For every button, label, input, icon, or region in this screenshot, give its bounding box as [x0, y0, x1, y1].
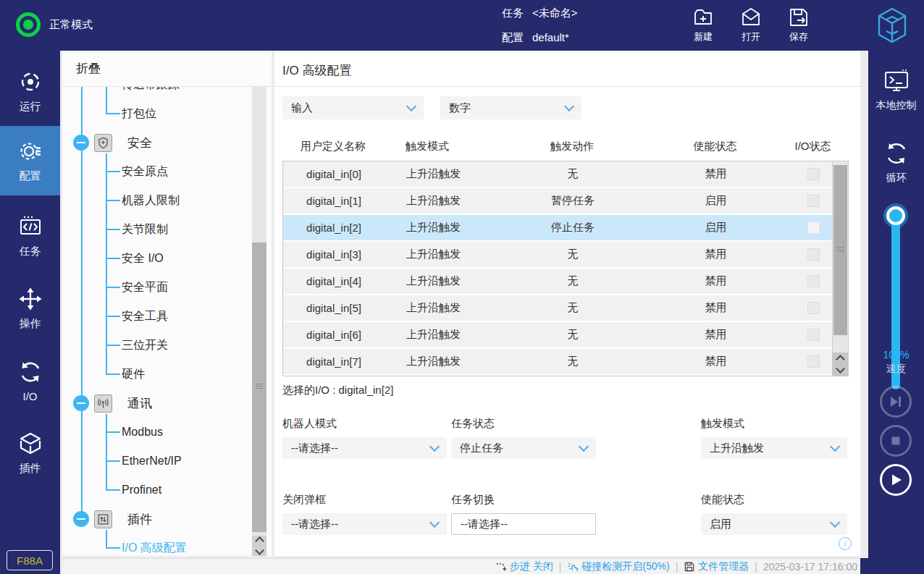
tree-collapse-header[interactable]: 折叠: [62, 51, 272, 87]
enable-state-value: 启用: [710, 518, 731, 531]
tree-item[interactable]: 关节限制: [62, 215, 247, 244]
table-row[interactable]: digital_in[6]上升沿触发无禁用: [283, 322, 833, 349]
cell-enable-state: 禁用: [638, 301, 794, 315]
tree-group-item[interactable]: 插件: [62, 505, 247, 533]
cell-io-name: digital_in[3]: [283, 248, 385, 261]
col-header-io-state: I/O状态: [793, 140, 833, 153]
tree-item[interactable]: 安全工具: [62, 302, 247, 331]
tree-item[interactable]: I/O 高级配置: [62, 533, 247, 556]
trigger-mode-select[interactable]: 上升沿触发: [701, 437, 847, 459]
io-state-checkbox[interactable]: [807, 248, 820, 261]
scroll-up-icon[interactable]: [255, 536, 264, 546]
new-folder-icon: [692, 7, 714, 28]
tree-item[interactable]: 机器人限制: [62, 186, 247, 215]
task-switch-field[interactable]: --请选择--: [451, 513, 596, 535]
loop-button[interactable]: 循环: [868, 140, 924, 185]
nav-operate[interactable]: 操作: [0, 274, 60, 343]
table-row[interactable]: digital_in[7]上升沿触发无禁用: [283, 349, 833, 376]
io-state-checkbox[interactable]: [807, 275, 820, 287]
step-mode-status[interactable]: 步进 关闭: [495, 560, 553, 573]
cell-trigger-mode: 上升沿触发: [385, 355, 508, 368]
tree-scroll-arrows[interactable]: [252, 536, 266, 556]
cell-enable-state: 禁用: [638, 167, 794, 181]
table-scrollbar[interactable]: [832, 161, 848, 376]
robot-mode-label: 机器人模式: [282, 417, 337, 431]
table-row[interactable]: digital_in[5]上升沿触发无禁用: [283, 295, 833, 322]
io-state-checkbox[interactable]: [807, 329, 820, 341]
table-row[interactable]: digital_in[1]上升沿触发暂停任务启用: [283, 188, 833, 215]
tree-item[interactable]: Modbus: [62, 418, 247, 447]
new-button[interactable]: 新建: [692, 7, 714, 43]
plugin-cube-icon: [17, 431, 43, 457]
tree-item[interactable]: EtherNet/IP: [62, 447, 247, 476]
enable-state-label: 使能状态: [701, 493, 744, 507]
collapse-minus-icon[interactable]: [73, 135, 89, 151]
tree-item[interactable]: 安全 I/O: [62, 244, 247, 273]
table-row[interactable]: digital_in[2]上升沿触发停止任务启用: [283, 215, 833, 242]
close-popup-label: 关闭弹框: [282, 493, 326, 507]
file-manager-link[interactable]: 文件管理器: [684, 560, 749, 573]
nav-config[interactable]: 配置: [0, 126, 60, 195]
table-scroll-arrows[interactable]: [833, 353, 848, 376]
step-forward-button[interactable]: [880, 386, 912, 418]
robot-teach-pendant-app: 正常模式 任务 <未命名> 配置 default* 新建: [0, 0, 924, 574]
nav-task[interactable]: 任务: [0, 201, 60, 271]
tree-item[interactable]: 三位开关: [62, 331, 247, 360]
robot-mode-select[interactable]: --请选择--: [282, 437, 447, 459]
tree-scrollbar[interactable]: [252, 87, 266, 556]
speed-slider-handle[interactable]: [886, 206, 905, 225]
device-badge[interactable]: F88A: [7, 550, 53, 570]
nav-io[interactable]: I/O: [0, 346, 60, 415]
collision-detect-status[interactable]: 碰撞检测开启(50%): [567, 560, 669, 573]
nav-task-label: 任务: [20, 245, 41, 258]
cell-trigger-action: 无: [508, 167, 638, 181]
tree-scrollbar-thumb[interactable]: [252, 242, 266, 532]
config-gear-icon: [17, 138, 43, 164]
io-state-checkbox[interactable]: [807, 221, 820, 234]
tree-item[interactable]: 安全原点: [62, 157, 247, 186]
tree-group-item[interactable]: 通讯: [62, 389, 247, 418]
robot-mode-indicator[interactable]: 正常模式: [16, 12, 93, 37]
nav-run[interactable]: 运行: [0, 56, 60, 126]
tree-group-item[interactable]: 安全: [62, 128, 247, 157]
collapse-minus-icon[interactable]: [73, 395, 89, 411]
tree-item[interactable]: 打包位: [62, 99, 247, 128]
local-control-button[interactable]: 本地控制: [868, 68, 924, 112]
tree-item[interactable]: 传送带跟踪: [62, 87, 247, 99]
cell-io-name: digital_in[2]: [283, 221, 385, 234]
stop-button[interactable]: [880, 425, 912, 457]
nav-plugin[interactable]: 插件: [0, 418, 60, 488]
table-scrollbar-thumb[interactable]: [833, 165, 847, 335]
tree-item-label: 硬件: [122, 367, 145, 382]
status-green-ring-icon: [16, 12, 41, 37]
io-direction-select[interactable]: 输入: [282, 96, 424, 119]
scroll-up-icon[interactable]: [836, 355, 845, 364]
cell-io-name: digital_in[0]: [283, 168, 385, 180]
enable-state-select[interactable]: 启用: [701, 513, 847, 535]
open-button[interactable]: 打开: [740, 7, 762, 43]
scroll-down-icon[interactable]: [255, 546, 264, 555]
table-row[interactable]: digital_in[8]上升沿触发无禁用: [283, 376, 833, 376]
table-row[interactable]: digital_in[4]上升沿触发无禁用: [283, 269, 833, 295]
info-icon[interactable]: i: [839, 537, 852, 550]
io-state-checkbox[interactable]: [807, 355, 820, 368]
io-state-checkbox[interactable]: [807, 168, 820, 180]
io-type-select[interactable]: 数字: [440, 96, 581, 119]
chevron-down-icon: [579, 442, 589, 452]
tree-item[interactable]: 安全平面: [62, 273, 247, 302]
save-button[interactable]: 保存: [788, 7, 810, 43]
io-state-checkbox[interactable]: [807, 302, 820, 314]
tree-item[interactable]: 硬件: [62, 360, 247, 389]
tree-item[interactable]: Profinet: [62, 476, 247, 505]
collapse-minus-icon[interactable]: [73, 511, 89, 527]
task-state-select[interactable]: 停止任务: [451, 437, 596, 459]
table-row[interactable]: digital_in[0]上升沿触发无禁用: [283, 161, 833, 188]
play-button[interactable]: [880, 464, 912, 496]
io-state-checkbox[interactable]: [807, 195, 820, 207]
cell-trigger-action: 暂停任务: [508, 194, 638, 208]
scroll-down-icon[interactable]: [836, 364, 845, 373]
status-bar: 步进 关闭 | 碰撞检测开启(50%) | 文件管理器 | 2025-03-17…: [62, 558, 860, 574]
chevron-down-icon: [429, 518, 440, 528]
table-row[interactable]: digital_in[3]上升沿触发无禁用: [283, 242, 833, 269]
close-popup-select[interactable]: --请选择--: [282, 513, 447, 535]
